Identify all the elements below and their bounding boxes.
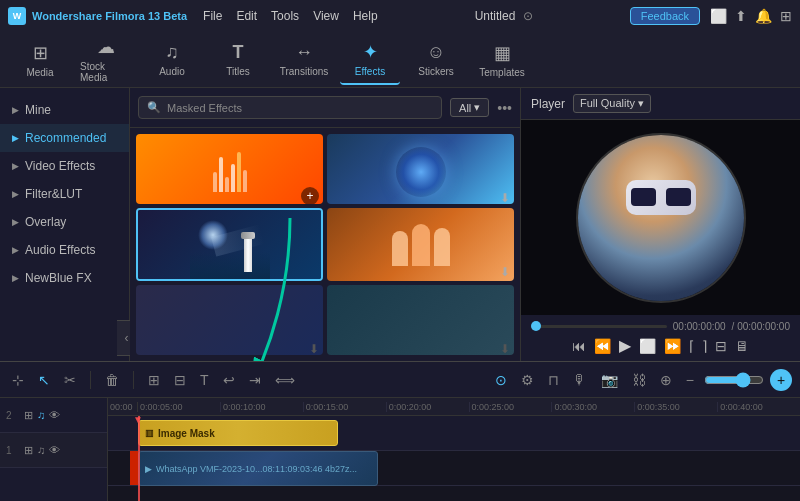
effect-light-effect-18[interactable]: ⬇ Light Effect 18 [327,134,514,204]
layout-icon[interactable]: ⊟ [715,338,727,354]
split-tool[interactable]: ⊞ [144,369,164,391]
clip-video[interactable]: ▶ WhatsApp VMF-2023-10...08:11:09:03:46 … [138,451,378,486]
all-filter-dropdown[interactable]: All ▾ [450,98,489,117]
add-effect-icon[interactable]: + [301,187,319,204]
track-label-2: 2 ⊞ ♫ 👁 [0,398,107,433]
audio-split-tool[interactable]: ⊟ [170,369,190,391]
delete-tool[interactable]: 🗑 [101,369,123,391]
clip-image-mask[interactable]: ▥ Image Mask [138,420,338,446]
toolbar-media[interactable]: ⊞ Media [10,35,70,85]
title-icon: ⊙ [523,9,533,23]
sidebar-item-mine[interactable]: ▶ Mine [0,96,129,124]
track-audio-icon-2[interactable]: ♫ [37,409,45,421]
ruler-mark-0: 00:00 [108,402,138,412]
redo-tool[interactable]: ⇥ [245,369,265,391]
toolbar: ⊞ Media ☁ Stock Media ♫ Audio T Titles ↔… [0,32,800,88]
project-title: Untitled [475,9,516,23]
toolbar-stickers[interactable]: ☺ Stickers [406,35,466,85]
razor-tool[interactable]: ✂ [60,369,80,391]
bracket-in-icon[interactable]: ⌈ [689,338,694,354]
select-tool[interactable]: ⊹ [8,369,28,391]
track-audio-icon-1[interactable]: ♫ [37,444,45,456]
audio-icon: ♫ [165,42,179,63]
download-icon[interactable]: ⬇ [309,342,319,355]
effect-placeholder-1[interactable]: ⬇ [136,285,323,355]
sidebar-item-video-effects[interactable]: ▶ Video Effects [0,152,129,180]
menu-tools[interactable]: Tools [271,9,299,23]
toolbar-audio[interactable]: ♫ Audio [142,35,202,85]
effect-thumb-image-mask [138,210,321,282]
preview-content [578,135,744,301]
track-video-icon-1[interactable]: ⊞ [24,444,33,457]
sidebar-item-recommended[interactable]: ▶ Recommended [0,124,129,152]
monitor-icon[interactable]: 🖥 [735,338,749,354]
toolbar-stock-media[interactable]: ☁ Stock Media [76,35,136,85]
minus-zoom[interactable]: − [682,369,698,391]
track-eye-icon-2[interactable]: 👁 [49,409,60,421]
playhead[interactable]: ▼ [138,416,140,501]
sidebar-item-filter-lut[interactable]: ▶ Filter&LUT [0,180,129,208]
cursor-tool[interactable]: ↖ [34,369,54,391]
play-button[interactable]: ▶ [619,336,631,355]
undo-tool[interactable]: ↩ [219,369,239,391]
zoom-slider[interactable] [704,372,764,388]
arrow-icon: ▶ [12,245,19,255]
effect-image-mask[interactable]: Image Mask [136,208,323,282]
more-options-icon[interactable]: ••• [497,100,512,116]
progress-handle[interactable] [531,321,541,331]
timeline-ruler-area: 00:00 0:00:05:00 0:00:10:00 0:00:15:00 0… [108,398,800,501]
track-video-icon-2[interactable]: ⊞ [24,409,33,422]
record-btn[interactable]: ⊙ [491,369,511,391]
toolbar-transitions[interactable]: ↔ Transitions [274,35,334,85]
download-icon[interactable]: ⬇ [500,191,510,204]
ruler-mark-6: 0:00:30:00 [552,402,635,412]
menu-help[interactable]: Help [353,9,378,23]
bracket-out-icon[interactable]: ⌉ [702,338,707,354]
video-clip-icon: ▶ [145,464,152,474]
preview-area [521,120,800,315]
toolbar-effects[interactable]: ✦ Effects [340,35,400,85]
magnet-icon[interactable]: ⊕ [656,369,676,391]
add-track-button[interactable]: + [770,369,792,391]
stock-media-icon: ☁ [97,36,115,58]
settings-icon[interactable]: ⚙ [517,369,538,391]
camera-icon[interactable]: 📷 [597,369,622,391]
mic-icon[interactable]: 🎙 [569,369,591,391]
quality-selector[interactable]: Full Quality ▾ [573,94,651,113]
sidebar-item-overlay[interactable]: ▶ Overlay [0,208,129,236]
toolbar-titles[interactable]: T Titles [208,35,268,85]
sidebar-item-audio-effects[interactable]: ▶ Audio Effects [0,236,129,264]
menu-file[interactable]: File [203,9,222,23]
transitions-label: Transitions [280,66,329,77]
track-eye-icon-1[interactable]: 👁 [49,444,60,456]
transitions-icon: ↔ [295,42,313,63]
menu-edit[interactable]: Edit [236,9,257,23]
templates-icon: ▦ [494,42,511,64]
text-tool[interactable]: T [196,369,213,391]
playback-controls: ⏮ ⏪ ▶ ⬜ ⏩ ⌈ ⌉ ⊟ 🖥 [527,336,794,355]
download-icon[interactable]: ⬇ [500,342,510,355]
effect-placeholder-2[interactable]: ⬇ [327,285,514,355]
step-forward-icon[interactable]: ⏩ [664,338,681,354]
effect-warm-family[interactable]: ⬇ Warm Family 01 [327,208,514,282]
shield-icon[interactable]: ⊓ [544,369,563,391]
sidebar-recommended-label: Recommended [25,131,106,145]
search-input[interactable]: 🔍 Masked Effects [138,96,442,119]
step-back-icon[interactable]: ⏪ [594,338,611,354]
arrow-icon: ▶ [12,189,19,199]
menu-bar: W Wondershare Filmora 13 Beta File Edit … [0,0,800,32]
progress-bar[interactable] [531,325,667,328]
feedback-button[interactable]: Feedback [630,7,700,25]
stop-icon[interactable]: ⬜ [639,338,656,354]
link-icon[interactable]: ⛓ [628,369,650,391]
toolbar-templates[interactable]: ▦ Templates [472,35,532,85]
sidebar-item-newblue-fx[interactable]: ▶ NewBlue FX [0,264,129,292]
title-area: Untitled ⊙ [394,9,614,23]
bell-icon: 🔔 [755,8,772,24]
download-icon[interactable]: ⬇ [500,265,510,279]
effect-audio-visualizer[interactable]: + Audio Visualizer Glow [136,134,323,204]
clip-left-edge [130,451,138,485]
menu-view[interactable]: View [313,9,339,23]
skip-back-icon[interactable]: ⏮ [572,338,586,354]
zoom-fit-tool[interactable]: ⟺ [271,369,299,391]
